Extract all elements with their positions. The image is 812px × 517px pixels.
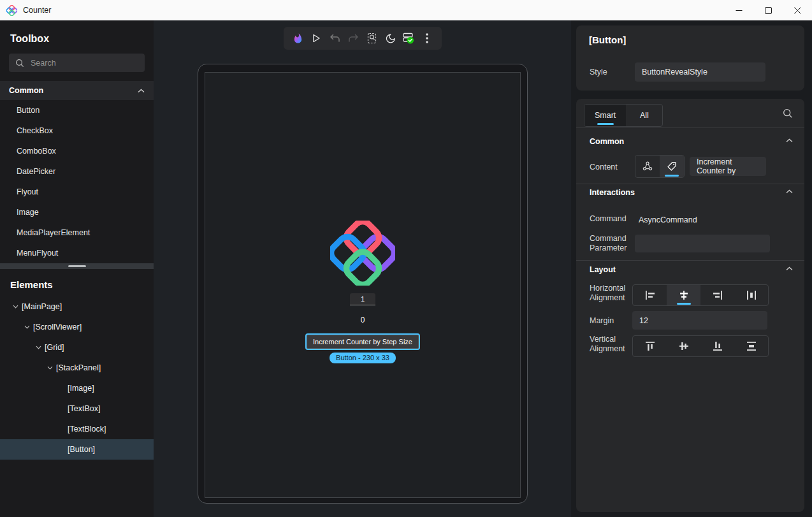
toolbox-title: Toolbox [0, 20, 154, 52]
toolbox-list: ButtonCheckBoxComboBoxDatePickerFlyoutIm… [0, 100, 154, 263]
hot-reload-flame-icon[interactable] [290, 31, 305, 46]
toolbox-item[interactable]: MenuFlyout [0, 243, 154, 263]
device-frame: 1 0 Increment Counter by Step Size Butto… [198, 64, 528, 504]
minimize-button[interactable] [724, 0, 753, 20]
increment-button[interactable]: Increment Counter by Step Size [307, 335, 419, 349]
tree-row[interactable]: [Grid] [0, 337, 154, 358]
property-tab[interactable]: All [626, 105, 662, 126]
tree-row[interactable]: [MainPage] [0, 296, 154, 317]
window-title: Counter [23, 6, 51, 15]
property-tabs: SmartAll [584, 104, 663, 127]
theme-moon-icon[interactable] [382, 31, 398, 46]
counter-textblock: 0 [361, 316, 365, 324]
toolbox-section-label: Common [9, 86, 43, 95]
properties-card: SmartAll Common Content [576, 99, 804, 512]
toolbox-search-input[interactable]: Search [9, 54, 145, 72]
toolbox-item[interactable]: Button [0, 100, 154, 120]
align-top-icon[interactable] [633, 336, 667, 356]
tree-node-label: [TextBox] [68, 404, 100, 413]
binding-icon[interactable] [635, 156, 660, 177]
content-value-input[interactable]: Increment Counter by [690, 157, 766, 176]
design-canvas: 1 0 Increment Counter by Step Size Butto… [154, 20, 571, 517]
close-button[interactable] [783, 0, 812, 20]
search-placeholder: Search [31, 59, 56, 68]
device-screen: 1 0 Increment Counter by Step Size Butto… [205, 72, 521, 498]
undo-icon[interactable] [327, 31, 342, 46]
tree-node-label: [TextBlock] [68, 425, 106, 433]
tree-node-label: [ScrollViewer] [33, 323, 82, 331]
tree-row[interactable]: [ScrollViewer] [0, 317, 154, 337]
splitter-handle-icon [68, 265, 86, 267]
align-center-vertical-icon[interactable] [667, 336, 700, 356]
content-mode-toggle [635, 155, 685, 178]
toolbox-item[interactable]: DatePicker [0, 161, 154, 182]
selected-element-card: [Button] Style ButtonRevealStyle [576, 25, 804, 91]
tree-row[interactable]: [Image] [0, 378, 154, 398]
align-center-horizontal-icon[interactable] [667, 285, 700, 305]
command-value[interactable]: AsyncCommand [639, 215, 697, 224]
vertical-alignment-label: Vertical Alignment [590, 335, 629, 354]
horizontal-alignment-group [632, 284, 769, 306]
panel-splitter[interactable] [0, 263, 154, 269]
elements-tree: [MainPage] [ScrollViewer] [Grid] [Stac [0, 296, 154, 460]
section-interactions-header[interactable]: Interactions [590, 188, 635, 197]
content-label: Content [590, 163, 618, 172]
toolbox-item[interactable]: Flyout [0, 182, 154, 202]
style-label: Style [590, 68, 635, 76]
app-window: Counter Toolbox Search Common ButtonChec… [0, 0, 812, 517]
align-stretch-horizontal-icon[interactable] [734, 285, 768, 305]
chevron-up-icon[interactable] [786, 138, 793, 143]
more-kebab-icon[interactable] [419, 31, 435, 46]
tree-row[interactable]: [TextBlock] [0, 419, 154, 439]
command-label: Command [590, 214, 627, 224]
align-right-icon[interactable] [700, 285, 734, 305]
style-input[interactable]: ButtonRevealStyle [635, 62, 765, 82]
search-icon [15, 59, 24, 68]
toolbox-item[interactable]: Image [0, 202, 154, 222]
align-left-icon[interactable] [633, 285, 667, 305]
connected-status-icon[interactable] [401, 31, 416, 46]
tree-row[interactable]: [Button] [0, 439, 154, 460]
horizontal-alignment-label: Horizontal Alignment [590, 284, 629, 303]
properties-panel: [Button] Style ButtonRevealStyle SmartAl… [571, 20, 812, 517]
canvas-toolbar [284, 27, 442, 50]
redo-icon[interactable] [345, 31, 361, 46]
property-tab[interactable]: Smart [584, 105, 626, 126]
maximize-button[interactable] [753, 0, 783, 20]
step-size-textbox[interactable]: 1 [350, 293, 375, 305]
tree-row[interactable]: [TextBox] [0, 398, 154, 419]
tree-node-label: [Grid] [45, 343, 64, 352]
command-parameter-label: Command Parameter [590, 234, 629, 253]
align-stretch-vertical-icon[interactable] [734, 336, 768, 356]
tag-icon[interactable] [660, 156, 684, 177]
play-icon[interactable] [308, 31, 324, 46]
toolbox-item[interactable]: CheckBox [0, 120, 154, 141]
toolbox-section-common[interactable]: Common [0, 81, 154, 100]
toolbox-item[interactable]: ComboBox [0, 141, 154, 161]
tree-row[interactable]: [StackPanel] [0, 358, 154, 378]
selection-size-badge: Button - 230 x 33 [330, 353, 396, 363]
zoom-to-fit-icon[interactable] [364, 31, 379, 46]
vertical-alignment-group [632, 335, 769, 357]
chevron-down-icon [24, 325, 30, 329]
tab-label: Smart [595, 111, 616, 120]
section-common-header[interactable]: Common [590, 137, 624, 146]
tree-node-label: [Button] [68, 445, 95, 454]
section-layout-header[interactable]: Layout [590, 265, 616, 274]
tree-node-label: [StackPanel] [56, 363, 101, 372]
chevron-up-icon[interactable] [786, 266, 793, 271]
margin-input[interactable]: 12 [632, 311, 767, 330]
selected-element-title: [Button] [576, 25, 804, 45]
chevron-up-icon[interactable] [786, 189, 793, 194]
tree-node-label: [Image] [68, 384, 94, 393]
elements-title: Elements [0, 269, 154, 296]
align-bottom-icon[interactable] [700, 336, 734, 356]
tree-node-label: [MainPage] [22, 302, 62, 311]
chevron-up-icon [138, 89, 145, 93]
toolbox-item[interactable]: MediaPlayerElement [0, 222, 154, 243]
uno-logo-image[interactable] [330, 221, 395, 286]
command-parameter-input[interactable] [635, 235, 770, 252]
titlebar: Counter [0, 0, 812, 20]
uno-logo-icon [6, 5, 17, 16]
properties-search-icon[interactable] [783, 108, 793, 119]
